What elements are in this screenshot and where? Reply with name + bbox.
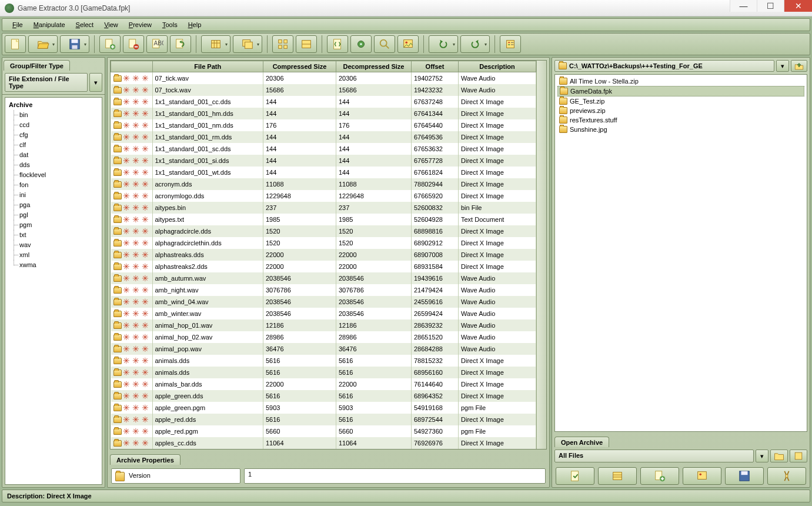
table-row[interactable]: ✳✳✳amb_night.wav3076786307678621479424Wa… — [111, 284, 536, 296]
filter-tree[interactable]: Archive binccdcfgclfdatddsflocklevelfoni… — [5, 97, 102, 485]
column-header[interactable] — [111, 61, 153, 72]
options-button[interactable] — [500, 35, 521, 53]
tree-node[interactable]: xml — [9, 250, 98, 260]
table-row[interactable]: ✳✳✳alphastreaks2.dds220002200068931584Di… — [111, 261, 536, 272]
tree-node[interactable]: flocklevel — [9, 170, 98, 180]
table-row[interactable]: ✳✳✳animals_bar.dds220002200076144640Dire… — [111, 378, 536, 390]
close-button[interactable]: ✕ — [784, 0, 812, 12]
table-row[interactable]: ✳✳✳07_tick.wav203062030619402752Wave Aud… — [111, 72, 536, 84]
table-row[interactable]: ✳✳✳apple_green.dds5616561668964352Direct… — [111, 390, 536, 402]
browser-item[interactable]: GameData.fpk — [557, 86, 804, 96]
open-archive-tab[interactable]: Open Archive — [554, 437, 609, 447]
table-row[interactable]: ✳✳✳animals.dds5616561668956160Direct X I… — [111, 367, 536, 378]
redo-button[interactable] — [460, 35, 490, 53]
filter-dropdown-button[interactable]: ▾ — [756, 450, 768, 462]
tree-node[interactable]: pgl — [9, 210, 98, 220]
column-header[interactable]: File Path — [152, 61, 263, 72]
table-row[interactable]: ✳✳✳alphagradcircle.dds1520152068898816Di… — [111, 225, 536, 237]
file-table[interactable]: File PathCompressed SizeDecompressed Siz… — [111, 61, 536, 449]
new-button[interactable] — [5, 35, 26, 53]
script-button[interactable] — [327, 35, 348, 53]
remove-file-button[interactable] — [123, 35, 144, 53]
action-5-button[interactable] — [725, 467, 764, 485]
open-action-button[interactable] — [770, 450, 788, 462]
table-row[interactable]: ✳✳✳animal_hop_02.wav289862898628651520Wa… — [111, 331, 536, 343]
table-scrollbar[interactable] — [536, 61, 546, 449]
table-row[interactable]: ✳✳✳apple_red.dds5616561668972544Direct X… — [111, 414, 536, 425]
table-row[interactable]: ✳✳✳1x1_standard_001_cc.dds14414467637248… — [111, 96, 536, 108]
table-row[interactable]: ✳✳✳animal_hop_01.wav121861218628639232Wa… — [111, 319, 536, 331]
rename-button[interactable]: ABC — [146, 35, 168, 53]
table-row[interactable]: ✳✳✳aitypes.bin23723752600832bin File — [111, 202, 536, 214]
preview-button[interactable] — [397, 35, 419, 53]
menu-manipulate[interactable]: Manipulate — [28, 20, 71, 29]
browser-item[interactable]: GE_Test.zip — [557, 96, 804, 106]
table-row[interactable]: ✳✳✳apple_green.pgm5903590354919168pgm Fi… — [111, 402, 536, 414]
table-row[interactable]: ✳✳✳animals.dds5616561678815232Direct X I… — [111, 355, 536, 367]
scan-action-button[interactable] — [790, 450, 807, 462]
save-button[interactable] — [60, 35, 89, 53]
tree-node[interactable]: dds — [9, 160, 98, 170]
table-row[interactable]: ✳✳✳alphagradcirclethin.dds15201520689029… — [111, 237, 536, 249]
table-row[interactable]: ✳✳✳apple_red.pgm5660566054927360pgm File — [111, 425, 536, 437]
table-row[interactable]: ✳✳✳apples_cc.dds110641106476926976Direct… — [111, 437, 536, 449]
column-header[interactable]: Offset — [412, 61, 459, 72]
tree-root[interactable]: Archive — [9, 100, 98, 110]
column-header[interactable]: Decompressed Size — [336, 61, 412, 72]
table-row[interactable]: ✳✳✳amb_autumn.wav2038546203854619439616W… — [111, 272, 536, 284]
browser-item[interactable]: Sunshine.jpg — [557, 125, 804, 134]
table-row[interactable]: ✳✳✳alphastreaks.dds220002200068907008Dir… — [111, 249, 536, 261]
menu-file[interactable]: File — [7, 20, 28, 29]
up-folder-button[interactable] — [791, 60, 807, 72]
maximize-button[interactable]: ☐ — [757, 0, 784, 12]
tree-node[interactable]: dat — [9, 150, 98, 160]
menu-preview[interactable]: Preview — [123, 20, 157, 29]
filter-dropdown-button[interactable]: ▾ — [89, 73, 102, 92]
table-row[interactable]: ✳✳✳1x1_standard_001_si.dds14414467657728… — [111, 155, 536, 167]
menu-view[interactable]: View — [99, 20, 123, 29]
file-filter[interactable]: All Files — [554, 450, 754, 462]
menu-tools[interactable]: Tools — [157, 20, 183, 29]
table-row[interactable]: ✳✳✳1x1_standard_001_hm.dds14414467641344… — [111, 108, 536, 119]
tree-node[interactable]: ccd — [9, 120, 98, 130]
property-value[interactable]: 1 — [244, 468, 546, 484]
add-file-button[interactable] — [99, 35, 121, 53]
tree-node[interactable]: txt — [9, 230, 98, 240]
menu-select[interactable]: Select — [71, 20, 99, 29]
extract-button[interactable] — [201, 35, 230, 53]
table-row[interactable]: ✳✳✳1x1_standard_001_nm.dds17617667645440… — [111, 119, 536, 131]
path-dropdown-button[interactable]: ▾ — [776, 60, 789, 72]
select-all-button[interactable] — [272, 35, 293, 53]
table-row[interactable]: ✳✳✳acronymlogo.dds1229648122964867665920… — [111, 190, 536, 202]
action-1-button[interactable] — [556, 467, 594, 485]
action-2-button[interactable] — [598, 467, 637, 485]
search-button[interactable] — [374, 35, 395, 53]
table-row[interactable]: ✳✳✳amb_wind_04.wav2038546203854624559616… — [111, 296, 536, 308]
action-6-button[interactable] — [767, 467, 806, 485]
replace-button[interactable] — [170, 35, 191, 53]
filter-tab[interactable]: Group/Filter Type — [4, 60, 70, 71]
open-button[interactable] — [28, 35, 58, 53]
column-header[interactable]: Description — [459, 61, 536, 72]
minimize-button[interactable]: — — [730, 0, 757, 12]
browser-item[interactable]: resTextures.stuff — [557, 115, 804, 125]
table-row[interactable]: ✳✳✳aitypes.txt1985198552604928Text Docum… — [111, 214, 536, 225]
table-row[interactable]: ✳✳✳1x1_standard_001_sc.dds14414467653632… — [111, 143, 536, 155]
tree-node[interactable]: fon — [9, 180, 98, 190]
table-row[interactable]: ✳✳✳animal_pop.wav364763647628684288Wave … — [111, 343, 536, 355]
archive-properties-tab[interactable]: Archive Properties — [110, 454, 181, 465]
tree-node[interactable]: wav — [9, 240, 98, 250]
tree-node[interactable]: bin — [9, 110, 98, 120]
table-row[interactable]: ✳✳✳1x1_standard_001_rm.dds14414467649536… — [111, 131, 536, 143]
table-row[interactable]: ✳✳✳07_tock.wav156861568619423232Wave Aud… — [111, 84, 536, 96]
column-header[interactable]: Compressed Size — [263, 61, 336, 72]
file-browser[interactable]: All Time Low - Stella.zipGameData.fpkGE_… — [554, 74, 807, 432]
table-row[interactable]: ✳✳✳1x1_standard_001_wt.dds14414467661824… — [111, 167, 536, 178]
tree-node[interactable]: xwma — [9, 260, 98, 270]
tree-node[interactable]: ini — [9, 190, 98, 200]
menu-help[interactable]: Help — [183, 20, 207, 29]
path-field[interactable]: C:\_WATTOz\+Backups\+++Testing_For_GE — [554, 60, 774, 72]
tree-node[interactable]: clf — [9, 140, 98, 150]
filter-selector[interactable]: File Extension / File Type — [5, 73, 88, 92]
gear-button[interactable] — [350, 35, 372, 53]
